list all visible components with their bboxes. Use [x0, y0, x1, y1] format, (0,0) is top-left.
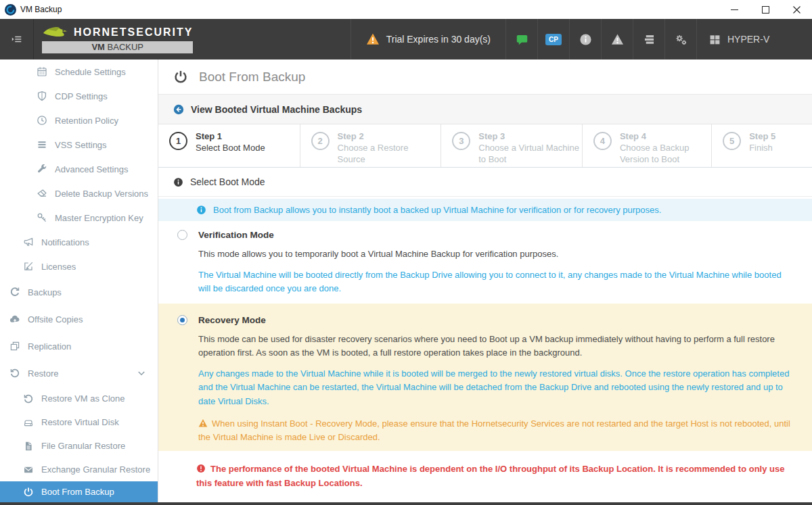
sidebar-item-notifications[interactable]: Notifications [0, 230, 158, 254]
window-bottom-edge [0, 502, 812, 505]
warning-triangle-icon [366, 32, 380, 46]
recovery-mode-note: Any changes made to the Virtual Machine … [198, 367, 794, 408]
chevron-down-icon [136, 368, 147, 379]
toolbar-cp-badge-button[interactable]: CP [537, 19, 569, 59]
power-icon [23, 487, 34, 498]
sidebar-item-file-granular-restore[interactable]: File Granular Restore [0, 434, 158, 458]
sidebar-item-label: Restore VM as Clone [41, 393, 125, 404]
sidebar-item-label: Retention Policy [55, 116, 118, 126]
wrench-icon [37, 164, 47, 174]
sidebar-collapse-button[interactable] [0, 19, 34, 59]
sidebar-item-label: Boot From Backup [41, 487, 114, 497]
verification-mode-note: The Virtual Machine will be booted direc… [198, 268, 794, 295]
wizard-step-5[interactable]: 5Step 5Finish [712, 124, 812, 167]
sidebar-item-label: Backups [28, 287, 62, 297]
step-subtitle: Choose a Virtual Machine to Boot [478, 143, 579, 166]
wizard-step-3[interactable]: 3Step 3Choose a Virtual Machine to Boot [441, 124, 583, 167]
app-header: HORNETSECURITY VM BACKUP Trial Expires i… [0, 19, 812, 59]
info-banner-text: Boot from Backup allows you to instantly… [213, 205, 661, 215]
warning-triangle-icon [611, 33, 624, 46]
step-title: Step 4 [620, 131, 708, 143]
recovery-mode-radio[interactable] [177, 315, 187, 325]
performance-notice: The performance of the booted Virtual Ma… [158, 451, 812, 502]
sidebar-item-label: Licenses [41, 262, 76, 272]
exclamation-circle-icon [196, 464, 206, 473]
info-circle-icon [196, 205, 206, 215]
wizard-step-2[interactable]: 2Step 2Choose a Restore Source [300, 124, 442, 167]
sidebar-item-label: Offsite Copies [28, 314, 83, 324]
hypervisor-selector[interactable]: HYPER-V [696, 19, 812, 59]
maximize-button[interactable] [750, 0, 781, 19]
sidebar-item-label: Restore [28, 368, 59, 379]
megaphone-icon [23, 237, 34, 247]
sidebar-item-retention-policy[interactable]: Retention Policy [0, 108, 158, 133]
toolbar-server-stack-button[interactable] [633, 19, 664, 59]
step-number: 1 [169, 132, 187, 150]
section-header: Select Boot Mode [158, 168, 812, 197]
window-title: VM Backup [20, 5, 62, 14]
recovery-mode-title[interactable]: Recovery Mode [198, 315, 266, 325]
chat-bubble-icon [516, 33, 528, 46]
page-header: Boot From Backup [158, 59, 812, 95]
sidebar-item-label: Advanced Settings [55, 164, 128, 174]
step-title: Step 3 [478, 131, 579, 143]
eraser-icon [37, 188, 47, 199]
calendar-icon [37, 66, 47, 77]
recovery-mode-warning: When using Instant Boot - Recovery Mode,… [198, 417, 794, 444]
sidebar-item-label: Master Encryption Key [55, 213, 143, 223]
envelope-icon [23, 464, 34, 475]
view-booted-label: View Booted Virtual Machine Backups [191, 104, 362, 115]
wizard-steps: 1Step 1Select Boot Mode2Step 2Choose a R… [158, 124, 812, 168]
sidebar-item-advanced-settings[interactable]: Advanced Settings [0, 157, 158, 181]
sidebar-item-exchange-granular-restore[interactable]: Exchange Granular Restore [0, 458, 158, 481]
section-title: Select Boot Mode [190, 176, 265, 187]
sidebar-item-restore[interactable]: Restore [0, 360, 158, 387]
rotate-ccw-icon [23, 393, 34, 404]
sidebar-item-master-encryption-key[interactable]: Master Encryption Key [0, 206, 158, 230]
brand-name: HORNETSECURITY [74, 26, 193, 39]
sidebar-item-label: CDP Settings [55, 91, 108, 101]
verification-mode-radio[interactable] [177, 230, 187, 240]
recovery-mode-description: This mode can be used for disaster recov… [198, 333, 794, 360]
sidebar-item-restore-virtual-disk[interactable]: Restore Virtual Disk [0, 410, 158, 434]
toolbar-chat-bubble-button[interactable] [505, 19, 537, 59]
sidebar-item-boot-from-backup[interactable]: Boot From Backup [0, 481, 158, 502]
recovery-mode-option: Recovery Mode This mode can be used for … [158, 304, 812, 451]
sidebar-item-cdp-settings[interactable]: CDP Settings [0, 84, 158, 108]
sidebar-item-delete-backup-versions[interactable]: Delete Backup Versions [0, 181, 158, 206]
sidebar-item-label: Exchange Granular Restore [41, 464, 150, 475]
sidebar-item-restore-vm-as-clone[interactable]: Restore VM as Clone [0, 387, 158, 410]
step-subtitle: Finish [749, 143, 775, 154]
sidebar-item-offsite-copies[interactable]: Offsite Copies [0, 306, 158, 333]
toolbar-gears-button[interactable] [664, 19, 696, 59]
sidebar-item-schedule-settings[interactable]: Schedule Settings [0, 59, 158, 84]
sidebar-item-vss-settings[interactable]: VSS Settings [0, 133, 158, 157]
sidebar-item-replication[interactable]: Replication [0, 333, 158, 360]
view-booted-backups-link[interactable]: View Booted Virtual Machine Backups [158, 95, 812, 124]
verification-mode-option: Verification Mode This mode allows you t… [158, 221, 812, 304]
step-number: 2 [311, 132, 330, 150]
close-button[interactable] [781, 0, 812, 19]
sidebar-item-backups[interactable]: Backups [0, 279, 158, 306]
verification-mode-title[interactable]: Verification Mode [198, 230, 274, 240]
wizard-step-1[interactable]: 1Step 1Select Boot Mode [158, 124, 300, 167]
back-circle-icon [173, 104, 184, 115]
sidebar: Schedule SettingsCDP SettingsRetention P… [0, 59, 158, 502]
info-circle-icon [579, 33, 592, 46]
edit-square-icon [23, 261, 34, 272]
sidebar-item-label: Replication [28, 341, 71, 352]
main-content: Boot From Backup View Booted Virtual Mac… [158, 59, 812, 502]
cloud-upload-icon [9, 314, 20, 324]
window-controls [719, 0, 812, 19]
power-icon [173, 70, 188, 85]
brand-logo: HORNETSECURITY VM BACKUP [42, 19, 193, 59]
sidebar-item-label: Restore Virtual Disk [41, 417, 119, 427]
sidebar-item-label: File Granular Restore [41, 441, 125, 451]
sidebar-item-licenses[interactable]: Licenses [0, 254, 158, 279]
wizard-step-4[interactable]: 4Step 4Choose a Backup Version to Boot [583, 124, 712, 167]
list-icon [37, 139, 47, 150]
minimize-button[interactable] [719, 0, 750, 19]
hornet-icon [42, 25, 69, 40]
toolbar-info-circle-button[interactable] [569, 19, 601, 59]
toolbar-warning-triangle-button[interactable] [601, 19, 633, 59]
